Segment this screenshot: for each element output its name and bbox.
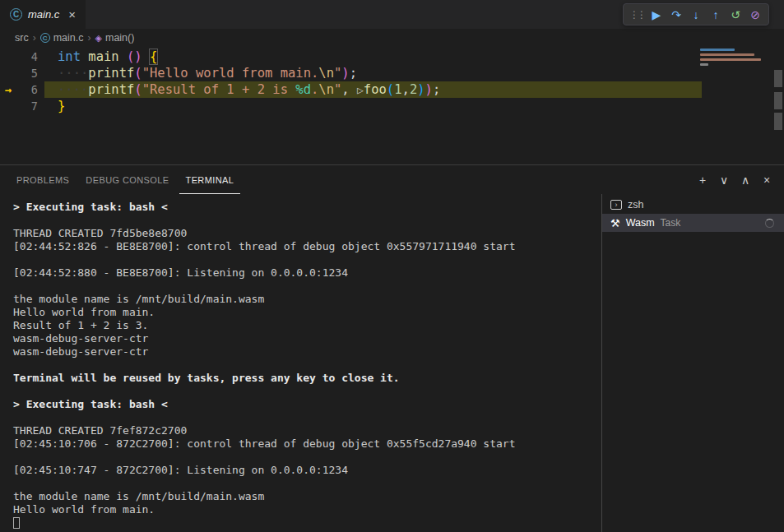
minimap-line — [700, 58, 761, 61]
terminal-line: the module name is /mnt/build/main.wasm — [13, 293, 601, 306]
c-file-icon: C — [10, 8, 22, 21]
bottom-panel: PROBLEMSDEBUG CONSOLETERMINAL +∨∧× > Exe… — [0, 164, 784, 532]
debug-continue-icon[interactable]: ▶ — [647, 8, 666, 21]
breadcrumb-separator: › — [88, 32, 91, 44]
code-token: () — [127, 49, 142, 64]
terminal-output[interactable]: > Executing task: bash <THREAD CREATED 7… — [0, 194, 601, 532]
code-token: ; — [433, 82, 440, 97]
breadcrumb-item-main-c[interactable]: C main.c — [40, 32, 84, 44]
terminal-line: THREAD CREATED 7fd5be8e8700 — [13, 227, 601, 240]
code-token: } — [58, 99, 65, 113]
code-token: printf — [88, 66, 134, 81]
terminal-line — [13, 477, 601, 490]
terminal-line — [13, 253, 601, 266]
terminal-line: Hello world from main. — [13, 503, 601, 516]
breadcrumb-label: main() — [105, 32, 134, 44]
terminal-item-badge: Task — [661, 217, 681, 229]
code-token: ( — [387, 82, 394, 97]
code-editor[interactable]: 4int main () {5····printf("Hello world f… — [0, 47, 784, 164]
new-terminal-button[interactable]: + — [694, 171, 712, 189]
terminal-line: [02:44:52:826 - BE8E8700]: control threa… — [13, 240, 601, 253]
code-token: \n — [318, 82, 334, 97]
tab-main-c[interactable]: C main.c × — [0, 0, 86, 29]
code-token: "Hello world from main. — [142, 66, 319, 81]
code-token — [119, 49, 127, 64]
code-token: int — [58, 49, 81, 64]
code-token: \n — [318, 66, 334, 81]
code-text: ····printf("Result of 1 + 2 is %d.\n", ▷… — [58, 81, 440, 98]
breadcrumb-item-src[interactable]: src — [15, 32, 29, 44]
code-token: { — [150, 49, 157, 64]
terminal-list-item-zsh[interactable]: ›zsh — [602, 196, 784, 214]
terminal-item-label: zsh — [628, 199, 643, 210]
breadcrumb-separator: › — [33, 32, 36, 44]
terminal-line: the module name is /mnt/build/main.wasm — [13, 490, 601, 503]
debug-step-into-icon[interactable]: ↓ — [686, 8, 706, 21]
terminal-line: [02:44:52:880 - BE8E8700]: Listening on … — [13, 266, 601, 280]
terminal-line: wasm-debug-server-ctr — [13, 345, 601, 359]
code-text: ····printf("Hello world from main.\n"); — [58, 65, 357, 81]
code-token: , — [402, 82, 410, 97]
debug-current-line-arrow: → — [0, 81, 16, 98]
code-token: " — [334, 82, 341, 97]
terminal-icon: › — [610, 200, 622, 210]
code-line[interactable]: 4int main () { — [0, 49, 784, 65]
debug-step-over-icon[interactable]: ↷ — [666, 8, 686, 21]
code-line[interactable]: →6····printf("Result of 1 + 2 is %d.\n",… — [0, 81, 784, 98]
editor-scrollbar-block[interactable] — [774, 113, 782, 130]
terminal-line — [13, 280, 601, 293]
terminal-list: ›zsh⚒WasmTask — [601, 194, 784, 532]
code-token: ) — [417, 82, 424, 97]
debug-restart-icon[interactable]: ↺ — [726, 8, 745, 21]
gutter-space — [0, 98, 16, 114]
code-token — [81, 49, 88, 64]
code-line[interactable]: 5····printf("Hello world from main.\n"); — [0, 65, 784, 81]
code-token: . — [311, 82, 318, 97]
breadcrumb-label: src — [15, 32, 29, 44]
code-token: ) — [341, 66, 349, 81]
terminal-line — [13, 359, 601, 372]
line-number: 6 — [16, 81, 38, 98]
minimap[interactable] — [700, 49, 772, 111]
terminal-line — [13, 411, 601, 424]
code-line[interactable]: 7} — [0, 98, 784, 114]
maximize-panel-button[interactable]: ∧ — [736, 171, 754, 189]
code-token: ) — [425, 82, 433, 97]
toolbar-gripper-icon[interactable]: ⋮⋮ — [627, 9, 647, 21]
code-token: %d — [295, 82, 311, 97]
breadcrumb-item-main-fn[interactable]: ◈ main() — [95, 32, 135, 44]
code-token: " — [334, 66, 341, 81]
terminal-line: [02:45:10:706 - 872C2700]: control threa… — [13, 437, 601, 451]
terminal-line: wasm-debug-server-ctr — [13, 332, 601, 345]
gutter-space — [0, 49, 16, 65]
panel-tab-debug-console[interactable]: DEBUG CONSOLE — [79, 165, 175, 194]
minimap-line — [700, 49, 735, 51]
code-token — [142, 49, 150, 64]
gutter-space — [0, 65, 16, 81]
debug-disconnect-icon[interactable]: ⊘ — [745, 8, 765, 21]
minimap-line — [700, 53, 754, 56]
terminal-line — [13, 516, 601, 530]
code-area: 4int main () {5····printf("Hello world f… — [0, 49, 784, 114]
close-tab-icon[interactable]: × — [68, 8, 76, 21]
close-panel-button[interactable]: × — [758, 171, 776, 189]
loading-spinner-icon — [765, 219, 774, 228]
terminal-list-item-wasm[interactable]: ⚒WasmTask — [602, 214, 784, 232]
code-text: } — [58, 98, 65, 114]
terminal-line — [13, 451, 601, 464]
panel-tab-terminal[interactable]: TERMINAL — [179, 165, 241, 194]
editor-scrollbar-block[interactable] — [774, 92, 782, 109]
line-number: 4 — [16, 49, 38, 65]
terminal-line: Terminal will be reused by tasks, press … — [13, 372, 601, 385]
code-token: printf — [88, 82, 134, 97]
terminal-launch-dropdown[interactable]: ∨ — [715, 171, 733, 189]
terminal-line: > Executing task: bash < — [13, 398, 601, 411]
editor-scrollbar-block[interactable] — [774, 70, 782, 87]
inline-run-icon[interactable]: ▷ — [357, 84, 364, 96]
panel-tab-problems[interactable]: PROBLEMS — [10, 165, 76, 194]
breadcrumb: src › C main.c › ◈ main() — [0, 29, 784, 47]
terminal-line: Result of 1 + 2 is 3. — [13, 319, 601, 332]
terminal-item-label: Wasm — [626, 217, 655, 229]
code-token: ( — [134, 82, 141, 97]
debug-step-out-icon[interactable]: ↑ — [706, 8, 726, 21]
